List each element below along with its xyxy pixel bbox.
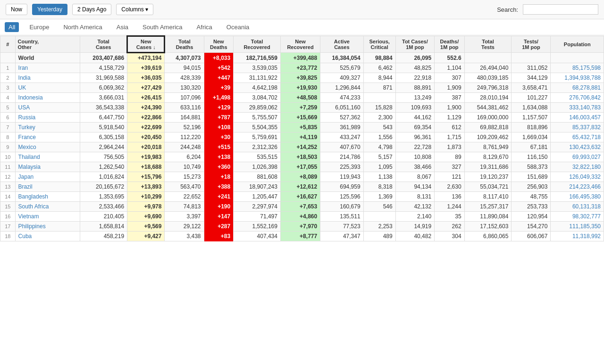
population-cell[interactable]: 333,140,783 bbox=[551, 103, 604, 113]
total-tests-cell: 109,209,462 bbox=[464, 132, 512, 142]
tab-oceania[interactable]: Oceania bbox=[223, 22, 253, 32]
deaths-1m-cell: 304 bbox=[435, 232, 465, 241]
total-tests-cell: 15,257,317 bbox=[464, 202, 512, 212]
col-total-recovered[interactable]: TotalRecovered bbox=[234, 36, 281, 53]
country-cell[interactable]: Mexico bbox=[15, 142, 80, 152]
col-country[interactable]: Country,Other bbox=[15, 36, 80, 53]
new-recovered-cell: +12,612 bbox=[280, 182, 320, 192]
country-cell[interactable]: USA bbox=[15, 103, 80, 113]
rank-cell: 1 bbox=[0, 63, 16, 73]
rank-cell: 4 bbox=[0, 93, 16, 103]
col-rank[interactable]: # bbox=[0, 36, 16, 53]
country-cell[interactable]: Cuba bbox=[15, 232, 80, 241]
population-cell[interactable]: 214,223,466 bbox=[551, 182, 604, 192]
country-cell[interactable]: Thailand bbox=[15, 152, 80, 162]
now-button[interactable]: Now bbox=[6, 4, 27, 15]
two-days-ago-button[interactable]: 2 Days Ago bbox=[72, 4, 111, 15]
col-new-cases[interactable]: NewCases ↓ bbox=[127, 36, 165, 53]
tab-south-america[interactable]: South America bbox=[139, 22, 186, 32]
new-deaths-cell: +83 bbox=[204, 232, 234, 241]
country-cell[interactable]: Malaysia bbox=[15, 162, 80, 172]
tot-cases-1m-cell: 42,132 bbox=[395, 202, 434, 212]
country-cell[interactable]: France bbox=[15, 132, 80, 142]
tests-1m-cell: 120,954 bbox=[512, 212, 551, 222]
tot-cases-1m-cell: 48,825 bbox=[395, 63, 434, 73]
serious-cell: 1,556 bbox=[363, 132, 395, 142]
country-cell[interactable]: UK bbox=[15, 83, 80, 93]
new-cases-cell: +22,699 bbox=[127, 123, 165, 132]
country-cell[interactable]: Iran bbox=[15, 63, 80, 73]
total-cases-cell: 20,165,672 bbox=[80, 182, 127, 192]
yesterday-button[interactable]: Yesterday bbox=[32, 4, 67, 15]
population-cell[interactable]: 1,394,938,788 bbox=[551, 73, 604, 83]
covid-table: # Country,Other TotalCases NewCases ↓ To… bbox=[0, 35, 604, 241]
col-new-deaths[interactable]: NewDeaths bbox=[204, 36, 234, 53]
population-cell[interactable]: 60,131,318 bbox=[551, 202, 604, 212]
col-total-deaths[interactable]: TotalDeaths bbox=[165, 36, 204, 53]
table-row: 5 USA 36,543,338 +24,390 633,116 +129 29… bbox=[0, 103, 604, 113]
col-tests-1m[interactable]: Tests/1M pop bbox=[512, 36, 551, 53]
population-cell[interactable]: 166,495,380 bbox=[551, 192, 604, 202]
table-row: 8 France 6,305,158 +20,450 112,220 +30 5… bbox=[0, 132, 604, 142]
table-row: 11 Malaysia 1,262,540 +18,688 10,749 +36… bbox=[0, 162, 604, 172]
population-cell[interactable]: 85,175,598 bbox=[551, 63, 604, 73]
population-cell[interactable]: 130,423,632 bbox=[551, 142, 604, 152]
population-cell[interactable]: 98,302,777 bbox=[551, 212, 604, 222]
columns-button[interactable]: Columns ▾ bbox=[116, 4, 153, 15]
population-cell[interactable]: 126,049,332 bbox=[551, 172, 604, 182]
total-deaths-cell: 164,881 bbox=[165, 113, 204, 123]
tab-africa[interactable]: Africa bbox=[193, 22, 216, 32]
world-tot-cases-1m: 26,095 bbox=[395, 53, 434, 63]
serious-cell: 1,095 bbox=[363, 162, 395, 172]
population-cell[interactable]: 85,337,832 bbox=[551, 123, 604, 132]
country-cell[interactable]: Indonesia bbox=[15, 93, 80, 103]
rank-cell: 6 bbox=[0, 113, 16, 123]
search-input[interactable] bbox=[523, 4, 598, 15]
col-active-cases[interactable]: ActiveCases bbox=[320, 36, 363, 53]
total-tests-cell: 544,381,462 bbox=[464, 103, 512, 113]
new-recovered-cell: +17,055 bbox=[280, 162, 320, 172]
col-population[interactable]: Population bbox=[551, 36, 604, 53]
tab-asia[interactable]: Asia bbox=[113, 22, 132, 32]
country-cell[interactable]: India bbox=[15, 73, 80, 83]
tests-1m-cell: 1,157,507 bbox=[512, 113, 551, 123]
col-new-recovered[interactable]: NewRecovered bbox=[280, 36, 320, 53]
tab-europe[interactable]: Europe bbox=[25, 22, 53, 32]
col-deaths-1m[interactable]: Deaths/1M pop bbox=[435, 36, 465, 53]
country-cell[interactable]: Russia bbox=[15, 113, 80, 123]
active-cases-cell: 527,362 bbox=[320, 113, 363, 123]
table-row: 4 Indonesia 3,666,031 +26,415 107,096 +1… bbox=[0, 93, 604, 103]
population-cell[interactable]: 65,432,718 bbox=[551, 132, 604, 142]
country-cell[interactable]: Philippines bbox=[15, 222, 80, 232]
population-cell[interactable]: 68,278,881 bbox=[551, 83, 604, 93]
deaths-1m-cell: 121 bbox=[435, 172, 465, 182]
tot-cases-1m-cell: 96,361 bbox=[395, 132, 434, 142]
country-cell[interactable]: Japan bbox=[15, 172, 80, 182]
total-cases-cell: 3,666,031 bbox=[80, 93, 127, 103]
active-cases-cell: 407,670 bbox=[320, 142, 363, 152]
country-cell[interactable]: Vietnam bbox=[15, 212, 80, 222]
col-serious[interactable]: Serious,Critical bbox=[363, 36, 395, 53]
population-cell[interactable]: 11,318,992 bbox=[551, 232, 604, 241]
country-cell[interactable]: Brazil bbox=[15, 182, 80, 192]
population-cell[interactable]: 32,822,180 bbox=[551, 162, 604, 172]
country-cell[interactable]: Bangladesh bbox=[15, 192, 80, 202]
population-cell[interactable]: 276,706,842 bbox=[551, 93, 604, 103]
population-cell[interactable]: 69,993,027 bbox=[551, 152, 604, 162]
country-cell[interactable]: South Africa bbox=[15, 202, 80, 212]
col-total-cases[interactable]: TotalCases bbox=[80, 36, 127, 53]
world-new-cases: +473,194 bbox=[127, 53, 165, 63]
total-tests-cell: 6,860,065 bbox=[464, 232, 512, 241]
active-cases-cell: 694,959 bbox=[320, 182, 363, 192]
population-cell[interactable]: 111,185,350 bbox=[551, 222, 604, 232]
serious-cell: 543 bbox=[363, 123, 395, 132]
col-tot-cases-1m[interactable]: Tot Cases/1M pop bbox=[395, 36, 434, 53]
population-cell[interactable]: 146,003,457 bbox=[551, 113, 604, 123]
world-population bbox=[551, 53, 604, 63]
tab-all[interactable]: All bbox=[5, 22, 19, 32]
tests-1m-cell: 116,150 bbox=[512, 152, 551, 162]
col-total-tests[interactable]: TotalTests bbox=[464, 36, 512, 53]
tab-north-america[interactable]: North America bbox=[59, 22, 106, 32]
country-cell[interactable]: Turkey bbox=[15, 123, 80, 132]
rank-cell: 12 bbox=[0, 172, 16, 182]
